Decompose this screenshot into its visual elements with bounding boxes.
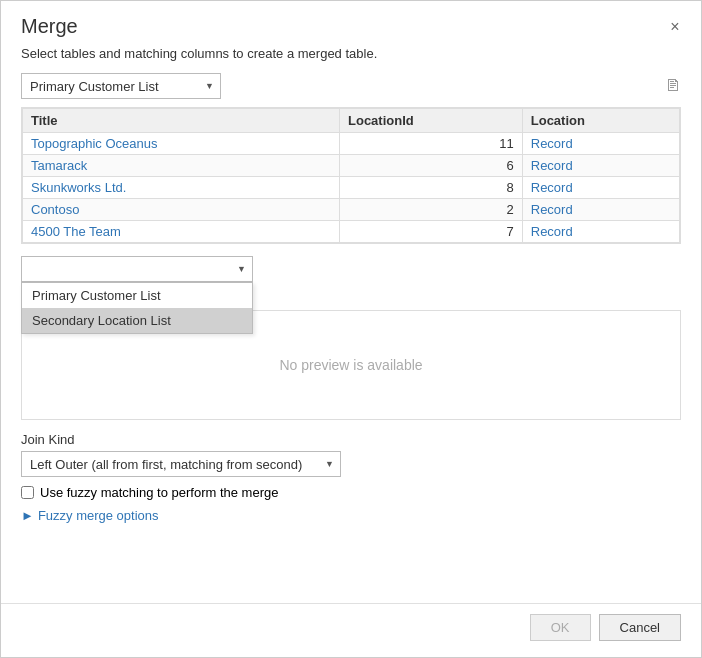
cell-locationid: 8 — [340, 177, 523, 199]
fuzzy-checkbox-label: Use fuzzy matching to perform the merge — [40, 485, 278, 500]
join-kind-label: Join Kind — [21, 432, 681, 447]
primary-section: Primary Customer List ▼ 🖹 Title Location… — [21, 73, 681, 244]
cell-locationid: 11 — [340, 133, 523, 155]
cell-title[interactable]: Topographic Oceanus — [23, 133, 340, 155]
secondary-option-primary[interactable]: Primary Customer List — [22, 283, 252, 308]
primary-dropdown-arrow-icon: ▼ — [205, 81, 214, 91]
primary-dropdown-row: Primary Customer List ▼ 🖹 — [21, 73, 681, 99]
cell-locationid: 6 — [340, 155, 523, 177]
cell-title[interactable]: 4500 The Team — [23, 221, 340, 243]
table-row: 4500 The Team7Record — [23, 221, 680, 243]
join-kind-section: Join Kind Left Outer (all from first, ma… — [21, 432, 681, 523]
cancel-button[interactable]: Cancel — [599, 614, 681, 641]
table-row: Topographic Oceanus11Record — [23, 133, 680, 155]
fuzzy-options-toggle[interactable]: ► Fuzzy merge options — [21, 508, 681, 523]
dialog-body: Primary Customer List ▼ 🖹 Title Location… — [1, 73, 701, 603]
col-title-header: Title — [23, 109, 340, 133]
cell-locationid: 7 — [340, 221, 523, 243]
cell-title[interactable]: Tamarack — [23, 155, 340, 177]
join-kind-arrow-icon: ▼ — [325, 459, 334, 469]
secondary-dropdown[interactable]: ▼ — [21, 256, 253, 282]
primary-dropdown-value: Primary Customer List — [30, 79, 159, 94]
cell-location[interactable]: Record — [522, 133, 679, 155]
dialog-subtitle: Select tables and matching columns to cr… — [1, 38, 701, 73]
fuzzy-options-label: Fuzzy merge options — [38, 508, 159, 523]
preview-message: No preview is available — [279, 357, 422, 373]
secondary-option-secondary[interactable]: Secondary Location List — [22, 308, 252, 333]
cell-title[interactable]: Skunkworks Ltd. — [23, 177, 340, 199]
join-kind-value: Left Outer (all from first, matching fro… — [30, 457, 302, 472]
cell-location[interactable]: Record — [522, 199, 679, 221]
col-location-header: Location — [522, 109, 679, 133]
table-row: Contoso2Record — [23, 199, 680, 221]
dialog-footer: OK Cancel — [1, 603, 701, 657]
fuzzy-checkbox[interactable] — [21, 486, 34, 499]
primary-table-container: Title LocationId Location Topographic Oc… — [21, 107, 681, 244]
cell-location[interactable]: Record — [522, 155, 679, 177]
close-button[interactable]: × — [665, 17, 685, 37]
ok-button[interactable]: OK — [530, 614, 591, 641]
primary-table-header-row: Title LocationId Location — [23, 109, 680, 133]
cell-locationid: 2 — [340, 199, 523, 221]
secondary-dropdown-arrow-icon: ▼ — [237, 264, 246, 274]
cell-location[interactable]: Record — [522, 221, 679, 243]
secondary-dropdown-menu: Primary Customer List Secondary Location… — [21, 282, 253, 334]
dialog-titlebar: Merge × — [1, 1, 701, 38]
dialog-title: Merge — [21, 15, 78, 38]
table-row: Tamarack6Record — [23, 155, 680, 177]
secondary-dropdown-wrapper: ▼ Primary Customer List Secondary Locati… — [21, 256, 681, 282]
merge-dialog: Merge × Select tables and matching colum… — [0, 0, 702, 658]
col-locationid-header: LocationId — [340, 109, 523, 133]
primary-table: Title LocationId Location Topographic Oc… — [22, 108, 680, 243]
page-icon: 🖹 — [665, 77, 681, 95]
table-row: Skunkworks Ltd.8Record — [23, 177, 680, 199]
chevron-right-icon: ► — [21, 508, 34, 523]
cell-location[interactable]: Record — [522, 177, 679, 199]
fuzzy-checkbox-row: Use fuzzy matching to perform the merge — [21, 485, 681, 500]
join-kind-dropdown[interactable]: Left Outer (all from first, matching fro… — [21, 451, 341, 477]
secondary-section: ▼ Primary Customer List Secondary Locati… — [21, 256, 681, 420]
primary-dropdown[interactable]: Primary Customer List ▼ — [21, 73, 221, 99]
cell-title[interactable]: Contoso — [23, 199, 340, 221]
